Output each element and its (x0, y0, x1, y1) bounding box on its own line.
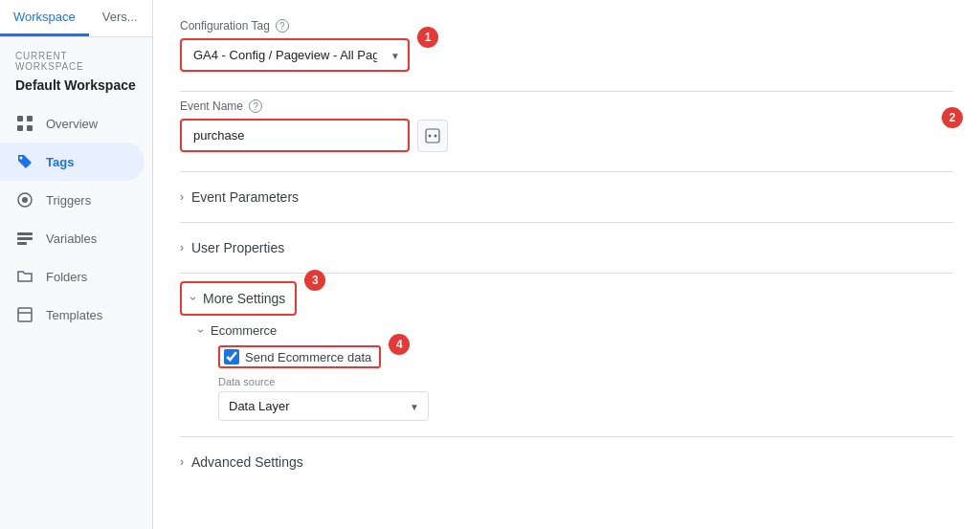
sidebar-variables-label: Variables (46, 231, 97, 246)
user-properties-section: › User Properties (180, 231, 953, 265)
main-content: Configuration Tag ? GA4 - Config / Pagev… (153, 0, 980, 529)
svg-rect-3 (27, 125, 33, 131)
step-badge-4: 4 (389, 334, 410, 355)
sidebar-item-triggers[interactable]: Triggers (0, 181, 145, 219)
sidebar-folders-label: Folders (46, 270, 87, 284)
configuration-tag-select[interactable]: GA4 - Config / Pageview - All Pages (180, 38, 410, 72)
advanced-settings-label: Advanced Settings (191, 454, 303, 470)
advanced-settings-header[interactable]: › Advanced Settings (180, 445, 953, 479)
divider-4 (180, 273, 953, 274)
advanced-settings-section: › Advanced Settings (180, 445, 953, 479)
sidebar-item-folders[interactable]: Folders (0, 257, 145, 296)
svg-point-13 (434, 134, 437, 137)
event-name-label: Event Name ? (180, 99, 953, 113)
svg-rect-8 (17, 237, 33, 240)
data-source-select-wrapper: Data Layer (218, 391, 429, 421)
more-settings-chevron: › (187, 297, 200, 300)
divider-5 (180, 436, 953, 437)
ecommerce-label: Ecommerce (211, 323, 277, 338)
svg-rect-11 (426, 129, 439, 143)
svg-rect-1 (27, 116, 33, 121)
event-parameters-header[interactable]: › Event Parameters (180, 180, 953, 214)
configuration-tag-select-wrapper: GA4 - Config / Pageview - All Pages (180, 38, 410, 72)
folders-icon (15, 267, 34, 286)
sidebar-item-tags[interactable]: Tags (0, 143, 145, 181)
send-ecommerce-checkbox[interactable] (224, 349, 239, 364)
event-parameters-label: Event Parameters (191, 189, 299, 205)
svg-rect-7 (17, 232, 33, 235)
svg-rect-2 (17, 125, 23, 131)
svg-rect-10 (18, 308, 32, 321)
workspace-name: Default Workspace (0, 76, 152, 104)
configuration-tag-label: Configuration Tag ? (180, 19, 953, 33)
sidebar-tags-label: Tags (46, 155, 74, 169)
tab-versions[interactable]: Vers... (89, 0, 151, 36)
tags-icon (15, 152, 34, 171)
svg-rect-9 (17, 242, 27, 245)
step-badge-2: 2 (942, 107, 963, 128)
step-badge-3: 3 (304, 270, 325, 291)
step-badge-1: 1 (417, 27, 438, 48)
workspace-label: CURRENT WORKSPACE (0, 37, 152, 76)
data-source-label: Data source (218, 376, 953, 387)
more-settings-content: › Ecommerce Send Ecommerce data 4 Data s (180, 316, 953, 421)
data-source-select[interactable]: Data Layer (218, 391, 429, 421)
sidebar-tabs: Workspace Vers... (0, 0, 152, 37)
event-name-variable-btn[interactable] (417, 120, 448, 152)
event-parameters-chevron: › (180, 190, 184, 204)
sidebar: Workspace Vers... CURRENT WORKSPACE Defa… (0, 0, 153, 529)
divider-1 (180, 91, 953, 92)
ecommerce-content: Send Ecommerce data 4 Data source Data L… (199, 345, 953, 421)
configuration-tag-group: Configuration Tag ? GA4 - Config / Pagev… (180, 19, 953, 72)
sidebar-triggers-label: Triggers (46, 193, 91, 208)
send-ecommerce-label: Send Ecommerce data (245, 350, 371, 364)
more-settings-section: › More Settings 3 › Ecommerce Send Ecomm… (180, 281, 953, 421)
configuration-tag-help-icon[interactable]: ? (276, 19, 289, 33)
overview-icon (15, 114, 34, 133)
user-properties-label: User Properties (191, 240, 284, 255)
event-name-help-icon[interactable]: ? (249, 99, 262, 113)
svg-point-6 (22, 197, 28, 203)
sidebar-templates-label: Templates (46, 308, 102, 322)
sidebar-item-templates[interactable]: Templates (0, 296, 145, 334)
event-name-input[interactable] (180, 119, 410, 152)
user-properties-chevron: › (180, 241, 184, 254)
event-name-group: Event Name ? 2 (180, 99, 953, 152)
ecommerce-chevron: › (194, 329, 208, 333)
variables-icon (15, 229, 34, 248)
more-settings-header[interactable]: › More Settings (180, 281, 297, 316)
user-properties-header[interactable]: › User Properties (180, 231, 953, 265)
svg-point-12 (429, 134, 432, 137)
sidebar-item-variables[interactable]: Variables (0, 219, 145, 257)
event-parameters-section: › Event Parameters (180, 180, 953, 214)
triggers-icon (15, 190, 34, 209)
event-name-row: 2 (180, 119, 953, 152)
sidebar-item-overview[interactable]: Overview (0, 104, 145, 143)
divider-2 (180, 171, 953, 172)
send-ecommerce-row: Send Ecommerce data (218, 345, 381, 368)
svg-rect-0 (17, 116, 23, 121)
divider-3 (180, 222, 953, 223)
more-settings-label: More Settings (203, 291, 285, 306)
sidebar-overview-label: Overview (46, 117, 98, 131)
svg-point-4 (20, 157, 23, 160)
templates-icon (15, 305, 34, 324)
advanced-settings-chevron: › (180, 455, 184, 469)
tab-workspace[interactable]: Workspace (0, 0, 89, 36)
ecommerce-header[interactable]: › Ecommerce (199, 316, 953, 345)
